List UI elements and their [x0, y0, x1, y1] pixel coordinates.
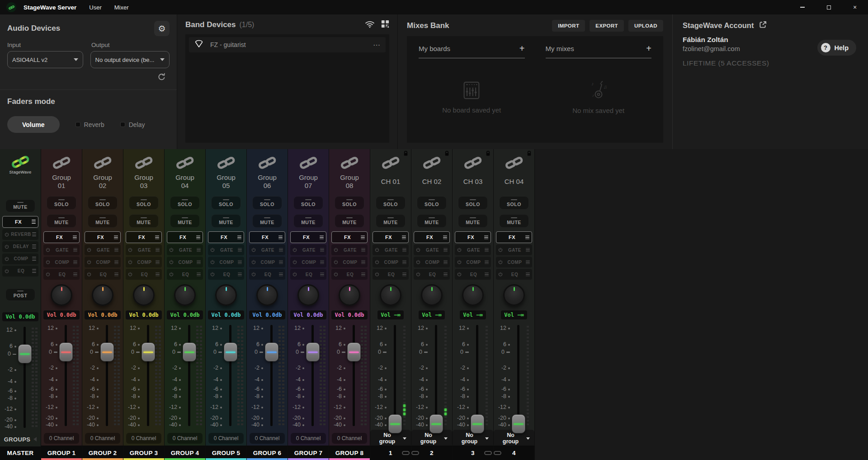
- volume-knob[interactable]: [503, 284, 525, 306]
- mute-button[interactable]: MUTE: [252, 214, 282, 228]
- output-device-select[interactable]: No output device (be...: [90, 51, 170, 68]
- eq-row[interactable]: EQ: [496, 269, 532, 280]
- mute-button[interactable]: MUTE: [88, 214, 118, 228]
- fader-handle[interactable]: [347, 343, 361, 361]
- solo-button[interactable]: SOLO: [252, 196, 282, 210]
- channel-count-button[interactable]: 0 Channel: [44, 433, 80, 444]
- gate-row[interactable]: GATE: [126, 244, 162, 255]
- channel-count-button[interactable]: 0 Channel: [208, 433, 244, 444]
- volume-knob[interactable]: [421, 284, 443, 306]
- mute-button[interactable]: MUTE: [335, 214, 364, 228]
- fader-handle[interactable]: [183, 343, 196, 361]
- volume-knob[interactable]: [133, 284, 155, 306]
- gate-row[interactable]: GATE: [373, 244, 409, 255]
- mute-button[interactable]: MUTE: [499, 214, 529, 228]
- comp-row[interactable]: COMP: [373, 257, 409, 268]
- gate-row[interactable]: GATE: [43, 244, 80, 255]
- refresh-icon[interactable]: [157, 73, 166, 83]
- eq-row[interactable]: EQ: [167, 269, 203, 280]
- fader-handle[interactable]: [100, 343, 114, 361]
- add-mix-button[interactable]: +: [646, 43, 651, 54]
- mute-button[interactable]: MUTE: [170, 214, 200, 228]
- menu-user[interactable]: User: [89, 4, 101, 11]
- gate-row[interactable]: GATE: [249, 244, 285, 255]
- fx-row[interactable]: FX: [2, 216, 38, 228]
- mute-button[interactable]: MUTE: [211, 214, 241, 228]
- fader-track[interactable]: [270, 325, 273, 426]
- eq-row[interactable]: EQ: [85, 269, 121, 280]
- solo-button[interactable]: SOLO: [129, 196, 159, 210]
- input-device-select[interactable]: ASIO4ALL v2: [7, 51, 83, 68]
- solo-button[interactable]: SOLO: [335, 196, 364, 210]
- solo-button[interactable]: SOLO: [499, 196, 529, 210]
- fader-track[interactable]: [311, 325, 314, 426]
- eq-row[interactable]: EQ: [414, 269, 450, 280]
- channel-count-button[interactable]: 0 Channel: [291, 433, 326, 444]
- eq-row[interactable]: EQ: [126, 269, 162, 280]
- qr-code-icon[interactable]: [381, 20, 389, 30]
- comp-row[interactable]: COMP: [455, 257, 491, 268]
- eq-row[interactable]: EQ: [331, 269, 368, 280]
- gate-row[interactable]: GATE: [455, 244, 491, 255]
- gate-row[interactable]: GATE: [414, 244, 450, 255]
- gate-row[interactable]: GATE: [208, 244, 244, 255]
- comp-row[interactable]: COMP: [208, 257, 244, 268]
- stereo-link-icon[interactable]: [402, 451, 419, 455]
- reverb-row[interactable]: REVERB: [2, 229, 38, 240]
- mute-button[interactable]: MUTE: [129, 214, 159, 228]
- volume-knob[interactable]: [339, 284, 360, 306]
- channel-count-button[interactable]: 0 Channel: [250, 433, 285, 444]
- eq-row[interactable]: EQ: [208, 269, 244, 280]
- comp-row[interactable]: COMP: [2, 253, 38, 264]
- eq-row[interactable]: EQ: [249, 269, 285, 280]
- solo-button[interactable]: SOLO: [170, 196, 200, 210]
- fx-row[interactable]: FX: [167, 231, 203, 243]
- fader-track[interactable]: [147, 325, 149, 426]
- minimize-button[interactable]: [789, 0, 816, 14]
- comp-row[interactable]: COMP: [331, 257, 368, 268]
- solo-button[interactable]: SOLO: [417, 196, 447, 210]
- export-button[interactable]: EXPORT: [590, 20, 624, 32]
- gate-row[interactable]: GATE: [290, 244, 326, 255]
- fx-row[interactable]: FX: [249, 231, 285, 243]
- channel-count-button[interactable]: 0 Channel: [126, 433, 162, 444]
- mute-button[interactable]: MUTE: [47, 214, 76, 228]
- comp-row[interactable]: COMP: [249, 257, 285, 268]
- comp-row[interactable]: COMP: [167, 257, 203, 268]
- gate-row[interactable]: GATE: [85, 244, 121, 255]
- comp-row[interactable]: COMP: [496, 257, 532, 268]
- volume-knob[interactable]: [215, 284, 237, 306]
- upload-button[interactable]: UPLOAD: [628, 20, 663, 32]
- channel-count-button[interactable]: 0 Channel: [85, 433, 121, 444]
- volume-knob[interactable]: [462, 284, 484, 306]
- volume-knob[interactable]: [380, 284, 401, 306]
- eq-row[interactable]: EQ: [373, 269, 409, 280]
- solo-button[interactable]: SOLO: [293, 196, 323, 210]
- fader-handle[interactable]: [59, 343, 73, 361]
- channel-count-button[interactable]: 0 Channel: [332, 433, 368, 444]
- comp-row[interactable]: COMP: [126, 257, 162, 268]
- external-link-icon[interactable]: [759, 21, 767, 30]
- solo-button[interactable]: SOLO: [458, 196, 488, 210]
- mute-button[interactable]: MUTE: [417, 214, 447, 228]
- fader-handle[interactable]: [142, 343, 155, 361]
- comp-row[interactable]: COMP: [85, 257, 121, 268]
- device-menu-icon[interactable]: ⋯: [373, 41, 380, 49]
- fader-track[interactable]: [394, 325, 396, 426]
- help-button[interactable]: ? Help: [817, 40, 856, 56]
- close-button[interactable]: ×: [842, 0, 868, 14]
- solo-button[interactable]: SOLO: [88, 196, 118, 210]
- comp-row[interactable]: COMP: [290, 257, 326, 268]
- import-button[interactable]: IMPORT: [552, 20, 585, 32]
- fx-row[interactable]: FX: [373, 231, 409, 243]
- maximize-button[interactable]: [816, 0, 842, 14]
- mute-button[interactable]: MUTE: [376, 214, 406, 228]
- fx-row[interactable]: FX: [43, 231, 80, 243]
- stereo-link-icon[interactable]: [484, 451, 501, 455]
- fx-row[interactable]: FX: [496, 231, 532, 243]
- solo-button[interactable]: SOLO: [376, 196, 406, 210]
- fx-row[interactable]: FX: [290, 231, 326, 243]
- groups-toggle[interactable]: GROUPS: [4, 436, 37, 443]
- solo-button[interactable]: SOLO: [211, 196, 241, 210]
- fader-track[interactable]: [476, 325, 478, 426]
